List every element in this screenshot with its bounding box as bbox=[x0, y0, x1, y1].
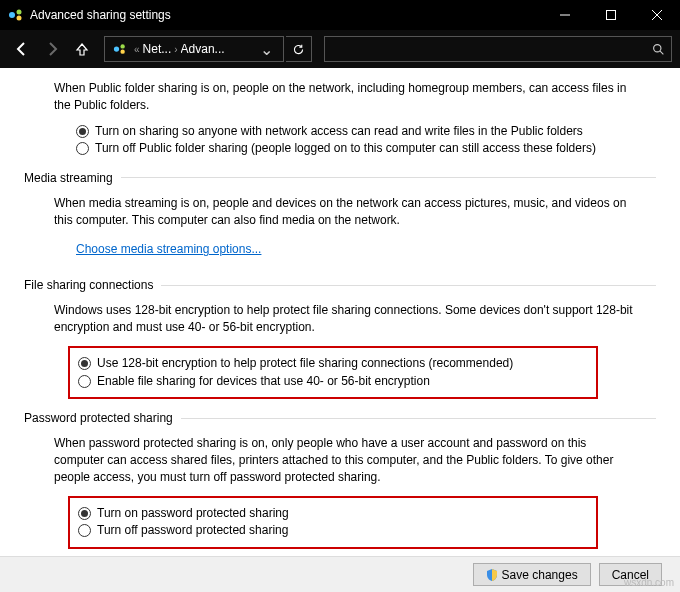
svg-point-0 bbox=[9, 12, 15, 18]
radio-public-off[interactable] bbox=[76, 142, 89, 155]
content-area: When Public folder sharing is on, people… bbox=[0, 68, 680, 558]
svg-point-10 bbox=[654, 44, 661, 51]
divider bbox=[161, 285, 656, 286]
search-icon bbox=[652, 43, 665, 56]
radio-encrypt-128-label: Use 128-bit encryption to help protect f… bbox=[97, 356, 513, 372]
svg-point-9 bbox=[120, 49, 124, 53]
media-streaming-description: When media streaming is on, people and d… bbox=[54, 195, 634, 229]
address-dropdown[interactable]: ⌄ bbox=[254, 40, 279, 59]
forward-button[interactable] bbox=[38, 35, 66, 63]
save-changes-button[interactable]: Save changes bbox=[473, 563, 591, 586]
breadcrumb-prefix: « bbox=[131, 44, 143, 55]
refresh-button[interactable] bbox=[286, 36, 312, 62]
radio-password-on[interactable] bbox=[78, 507, 91, 520]
close-button[interactable] bbox=[634, 0, 680, 30]
back-button[interactable] bbox=[8, 35, 36, 63]
svg-point-7 bbox=[114, 46, 119, 51]
divider bbox=[121, 177, 656, 178]
app-icon bbox=[8, 7, 24, 23]
file-sharing-highlight: Use 128-bit encryption to help protect f… bbox=[68, 346, 598, 399]
radio-encrypt-128[interactable] bbox=[78, 357, 91, 370]
media-streaming-link[interactable]: Choose media streaming options... bbox=[76, 242, 261, 256]
media-streaming-header: Media streaming bbox=[24, 171, 656, 185]
window-title: Advanced sharing settings bbox=[30, 8, 542, 22]
svg-point-2 bbox=[17, 16, 22, 21]
file-sharing-description: Windows uses 128-bit encryption to help … bbox=[54, 302, 634, 336]
svg-rect-4 bbox=[607, 11, 616, 20]
radio-password-off-label: Turn off password protected sharing bbox=[97, 523, 288, 539]
footer-bar: Save changes Cancel bbox=[0, 556, 680, 592]
up-button[interactable] bbox=[68, 35, 96, 63]
password-sharing-description: When password protected sharing is on, o… bbox=[54, 435, 634, 485]
password-sharing-highlight: Turn on password protected sharing Turn … bbox=[68, 496, 598, 549]
chevron-right-icon: › bbox=[171, 44, 180, 55]
svg-point-1 bbox=[17, 10, 22, 15]
password-sharing-header: Password protected sharing bbox=[24, 411, 656, 425]
title-bar: Advanced sharing settings bbox=[0, 0, 680, 30]
search-input[interactable] bbox=[324, 36, 672, 62]
nav-bar: « Net... › Advan... ⌄ bbox=[0, 30, 680, 68]
public-folder-radio-group: Turn on sharing so anyone with network a… bbox=[76, 124, 656, 157]
radio-public-on[interactable] bbox=[76, 125, 89, 138]
address-bar[interactable]: « Net... › Advan... ⌄ bbox=[104, 36, 284, 62]
svg-line-11 bbox=[660, 51, 663, 54]
radio-public-off-label: Turn off Public folder sharing (people l… bbox=[95, 141, 596, 157]
watermark: wsxdn.com bbox=[624, 577, 674, 588]
radio-password-on-label: Turn on password protected sharing bbox=[97, 506, 289, 522]
radio-encrypt-40-56-label: Enable file sharing for devices that use… bbox=[97, 374, 430, 390]
radio-encrypt-40-56[interactable] bbox=[78, 375, 91, 388]
shield-icon bbox=[486, 569, 498, 581]
maximize-button[interactable] bbox=[588, 0, 634, 30]
radio-public-on-label: Turn on sharing so anyone with network a… bbox=[95, 124, 583, 140]
radio-password-off[interactable] bbox=[78, 524, 91, 537]
breadcrumb-seg-1[interactable]: Net... bbox=[143, 42, 172, 56]
minimize-button[interactable] bbox=[542, 0, 588, 30]
svg-point-8 bbox=[120, 44, 124, 48]
file-sharing-header: File sharing connections bbox=[24, 278, 656, 292]
location-icon bbox=[113, 42, 127, 56]
public-folder-description: When Public folder sharing is on, people… bbox=[54, 80, 634, 114]
breadcrumb-seg-2[interactable]: Advan... bbox=[181, 42, 225, 56]
divider bbox=[181, 418, 656, 419]
